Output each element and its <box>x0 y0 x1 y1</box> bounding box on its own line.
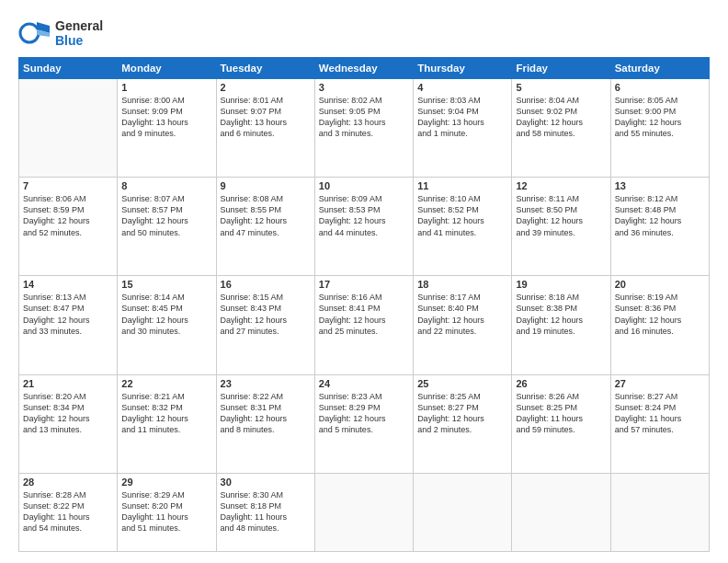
logo-general: General <box>55 18 103 33</box>
header-tuesday: Tuesday <box>216 58 314 79</box>
calendar-header-row: SundayMondayTuesdayWednesdayThursdayFrid… <box>19 58 710 79</box>
calendar-cell: 24Sunrise: 8:23 AM Sunset: 8:29 PM Dayli… <box>314 374 413 473</box>
day-number: 8 <box>121 180 211 191</box>
day-info: Sunrise: 8:30 AM Sunset: 8:18 PM Dayligh… <box>221 489 311 534</box>
day-number: 7 <box>23 180 113 191</box>
day-number: 25 <box>417 378 507 389</box>
calendar-cell: 4Sunrise: 8:03 AM Sunset: 9:04 PM Daylig… <box>414 79 512 178</box>
day-info: Sunrise: 8:04 AM Sunset: 9:02 PM Dayligh… <box>516 95 606 140</box>
day-number: 10 <box>319 180 409 191</box>
day-number: 20 <box>615 279 705 290</box>
calendar-week-row: 7Sunrise: 8:06 AM Sunset: 8:59 PM Daylig… <box>19 178 710 276</box>
page: GeneralBlue SundayMondayTuesdayWednesday… <box>0 0 728 563</box>
calendar-cell <box>314 473 413 551</box>
day-number: 24 <box>319 378 409 389</box>
day-info: Sunrise: 8:07 AM Sunset: 8:57 PM Dayligh… <box>121 193 211 238</box>
day-number: 4 <box>417 82 507 93</box>
day-info: Sunrise: 8:22 AM Sunset: 8:31 PM Dayligh… <box>221 391 311 436</box>
day-number: 1 <box>121 82 211 93</box>
day-number: 12 <box>516 180 606 191</box>
calendar-cell: 8Sunrise: 8:07 AM Sunset: 8:57 PM Daylig… <box>118 178 216 276</box>
day-info: Sunrise: 8:03 AM Sunset: 9:04 PM Dayligh… <box>417 95 507 140</box>
calendar-cell: 13Sunrise: 8:12 AM Sunset: 8:48 PM Dayli… <box>610 178 709 276</box>
day-number: 26 <box>516 378 606 389</box>
calendar-cell: 30Sunrise: 8:30 AM Sunset: 8:18 PM Dayli… <box>216 473 314 551</box>
day-number: 29 <box>121 477 211 488</box>
calendar-cell: 22Sunrise: 8:21 AM Sunset: 8:32 PM Dayli… <box>118 374 216 473</box>
day-info: Sunrise: 8:12 AM Sunset: 8:48 PM Dayligh… <box>615 193 705 238</box>
calendar-week-row: 1Sunrise: 8:00 AM Sunset: 9:09 PM Daylig… <box>19 79 710 178</box>
calendar-cell: 6Sunrise: 8:05 AM Sunset: 9:00 PM Daylig… <box>610 79 709 178</box>
day-number: 30 <box>221 477 311 488</box>
day-number: 19 <box>516 279 606 290</box>
header-friday: Friday <box>512 58 610 79</box>
calendar-cell: 26Sunrise: 8:26 AM Sunset: 8:25 PM Dayli… <box>512 374 610 473</box>
logo-blue: Blue <box>55 33 103 48</box>
day-info: Sunrise: 8:16 AM Sunset: 8:41 PM Dayligh… <box>319 292 409 337</box>
calendar-cell: 25Sunrise: 8:25 AM Sunset: 8:27 PM Dayli… <box>414 374 512 473</box>
day-info: Sunrise: 8:21 AM Sunset: 8:32 PM Dayligh… <box>121 391 211 436</box>
day-number: 2 <box>221 82 311 93</box>
calendar-cell: 20Sunrise: 8:19 AM Sunset: 8:36 PM Dayli… <box>610 276 709 374</box>
calendar-cell: 16Sunrise: 8:15 AM Sunset: 8:43 PM Dayli… <box>216 276 314 374</box>
day-info: Sunrise: 8:06 AM Sunset: 8:59 PM Dayligh… <box>23 193 113 238</box>
day-info: Sunrise: 8:05 AM Sunset: 9:00 PM Dayligh… <box>615 95 705 140</box>
calendar-cell <box>610 473 709 551</box>
svg-point-0 <box>20 24 39 42</box>
day-number: 5 <box>516 82 606 93</box>
day-number: 11 <box>417 180 507 191</box>
calendar-cell: 29Sunrise: 8:29 AM Sunset: 8:20 PM Dayli… <box>118 473 216 551</box>
calendar-cell: 18Sunrise: 8:17 AM Sunset: 8:40 PM Dayli… <box>414 276 512 374</box>
day-number: 6 <box>615 82 705 93</box>
day-number: 22 <box>121 378 211 389</box>
day-number: 16 <box>221 279 311 290</box>
calendar-cell: 28Sunrise: 8:28 AM Sunset: 8:22 PM Dayli… <box>19 473 118 551</box>
calendar-cell: 3Sunrise: 8:02 AM Sunset: 9:05 PM Daylig… <box>314 79 413 178</box>
calendar-week-row: 14Sunrise: 8:13 AM Sunset: 8:47 PM Dayli… <box>19 276 710 374</box>
day-number: 9 <box>221 180 311 191</box>
day-info: Sunrise: 8:14 AM Sunset: 8:45 PM Dayligh… <box>121 292 211 337</box>
day-number: 28 <box>23 477 113 488</box>
day-info: Sunrise: 8:01 AM Sunset: 9:07 PM Dayligh… <box>221 95 311 140</box>
day-info: Sunrise: 8:18 AM Sunset: 8:38 PM Dayligh… <box>516 292 606 337</box>
day-info: Sunrise: 8:15 AM Sunset: 8:43 PM Dayligh… <box>221 292 311 337</box>
day-number: 13 <box>615 180 705 191</box>
day-info: Sunrise: 8:11 AM Sunset: 8:50 PM Dayligh… <box>516 193 606 238</box>
day-number: 23 <box>221 378 311 389</box>
header: GeneralBlue <box>18 17 710 50</box>
calendar-cell: 7Sunrise: 8:06 AM Sunset: 8:59 PM Daylig… <box>19 178 118 276</box>
calendar-cell <box>19 79 118 178</box>
header-sunday: Sunday <box>19 58 118 79</box>
header-thursday: Thursday <box>414 58 512 79</box>
calendar-cell: 15Sunrise: 8:14 AM Sunset: 8:45 PM Dayli… <box>118 276 216 374</box>
calendar-week-row: 28Sunrise: 8:28 AM Sunset: 8:22 PM Dayli… <box>19 473 710 551</box>
day-info: Sunrise: 8:26 AM Sunset: 8:25 PM Dayligh… <box>516 391 606 436</box>
day-info: Sunrise: 8:25 AM Sunset: 8:27 PM Dayligh… <box>417 391 507 436</box>
day-info: Sunrise: 8:13 AM Sunset: 8:47 PM Dayligh… <box>23 292 113 337</box>
calendar-cell: 23Sunrise: 8:22 AM Sunset: 8:31 PM Dayli… <box>216 374 314 473</box>
day-number: 17 <box>319 279 409 290</box>
day-number: 21 <box>23 378 113 389</box>
day-info: Sunrise: 8:20 AM Sunset: 8:34 PM Dayligh… <box>23 391 113 436</box>
day-info: Sunrise: 8:08 AM Sunset: 8:55 PM Dayligh… <box>221 193 311 238</box>
header-saturday: Saturday <box>610 58 709 79</box>
calendar-cell: 5Sunrise: 8:04 AM Sunset: 9:02 PM Daylig… <box>512 79 610 178</box>
day-number: 3 <box>319 82 409 93</box>
day-info: Sunrise: 8:00 AM Sunset: 9:09 PM Dayligh… <box>121 95 211 140</box>
calendar-cell: 10Sunrise: 8:09 AM Sunset: 8:53 PM Dayli… <box>314 178 413 276</box>
calendar-cell: 21Sunrise: 8:20 AM Sunset: 8:34 PM Dayli… <box>19 374 118 473</box>
day-info: Sunrise: 8:19 AM Sunset: 8:36 PM Dayligh… <box>615 292 705 337</box>
day-info: Sunrise: 8:09 AM Sunset: 8:53 PM Dayligh… <box>319 193 409 238</box>
day-info: Sunrise: 8:10 AM Sunset: 8:52 PM Dayligh… <box>417 193 507 238</box>
day-number: 27 <box>615 378 705 389</box>
day-number: 18 <box>417 279 507 290</box>
calendar-cell: 27Sunrise: 8:27 AM Sunset: 8:24 PM Dayli… <box>610 374 709 473</box>
day-info: Sunrise: 8:17 AM Sunset: 8:40 PM Dayligh… <box>417 292 507 337</box>
day-info: Sunrise: 8:02 AM Sunset: 9:05 PM Dayligh… <box>319 95 409 140</box>
day-info: Sunrise: 8:23 AM Sunset: 8:29 PM Dayligh… <box>319 391 409 436</box>
calendar-cell: 11Sunrise: 8:10 AM Sunset: 8:52 PM Dayli… <box>414 178 512 276</box>
calendar-cell <box>414 473 512 551</box>
logo: GeneralBlue <box>18 17 103 50</box>
calendar-cell: 14Sunrise: 8:13 AM Sunset: 8:47 PM Dayli… <box>19 276 118 374</box>
day-number: 14 <box>23 279 113 290</box>
